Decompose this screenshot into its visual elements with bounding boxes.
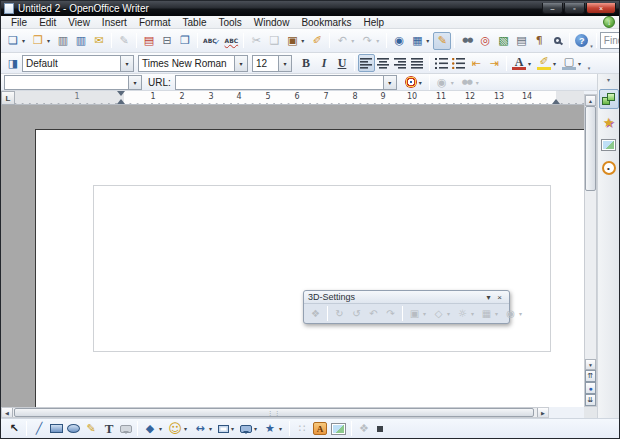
docked-toolbar-overflow[interactable]: ▾ (607, 76, 610, 86)
font-color-button[interactable]: A▾ (510, 54, 535, 72)
left-indent-marker[interactable] (117, 99, 125, 104)
callouts-arrow[interactable]: ▾ (252, 425, 259, 432)
open-dropdown-arrow[interactable]: ▾ (45, 37, 52, 44)
menu-window[interactable]: Window (248, 16, 296, 28)
gallery-button[interactable]: ▧ (494, 32, 512, 50)
symbol-shapes-arrow[interactable]: ▾ (182, 425, 189, 432)
insert-ellipse-button[interactable] (65, 420, 82, 438)
spellcheck-button[interactable]: ABC✓ (201, 32, 222, 50)
extrusion-toggle-button[interactable]: ❖ (355, 420, 373, 438)
decrease-indent-button[interactable]: ⇤ (467, 54, 485, 72)
new-dropdown-arrow[interactable]: ▾ (20, 37, 27, 44)
edit-file-button[interactable]: ✎ (115, 32, 133, 50)
3d-settings-title-bar[interactable]: 3D-Settings ▾ × (304, 291, 509, 304)
bold-button[interactable]: B (297, 54, 315, 72)
redo-button[interactable]: ↷▾ (358, 32, 383, 50)
font-size-arrow[interactable]: ▾ (278, 56, 291, 71)
background-color-button[interactable]: ▢▾ (560, 54, 585, 72)
internet-urls-arrow[interactable]: ▾ (128, 76, 141, 89)
menu-file[interactable]: File (5, 16, 33, 28)
surface-arrow[interactable]: ▾ (493, 310, 500, 317)
target-frame-button[interactable]: ▾ (403, 73, 426, 91)
edit-points-button[interactable]: ∷ (293, 420, 311, 438)
3d-settings-palette[interactable]: 3D-Settings ▾ × ❖ ↻ ↺ ↶ ↷ ▣▾ ◇▾ ☼▾ ▦▾ ◉▾ (303, 290, 510, 324)
navigator-button[interactable]: ◎ (476, 32, 494, 50)
3d-color-button[interactable]: ◉▾ (502, 305, 526, 323)
3d-settings-menu-arrow[interactable]: ▾ (483, 293, 494, 302)
target-arrow[interactable]: ▾ (417, 79, 424, 86)
formatting-toolbar-overflow[interactable]: ▾ (585, 55, 593, 71)
insert-line-button[interactable]: ╱ (30, 420, 48, 438)
insert-text-box-button[interactable]: T (100, 420, 118, 438)
align-left-button[interactable] (358, 54, 375, 72)
insert-table-button[interactable]: ▦▾ (408, 32, 433, 50)
vertical-scroll-thumb[interactable] (585, 106, 596, 191)
highlighting-arrow[interactable]: ▾ (551, 60, 558, 67)
block-arrows-arrow[interactable]: ▾ (207, 425, 214, 432)
styles-panel-button[interactable]: ◨ (4, 54, 22, 72)
menu-view[interactable]: View (62, 16, 96, 28)
minimize-button[interactable]: – (542, 3, 563, 14)
first-line-indent-marker[interactable] (117, 91, 125, 96)
italic-button[interactable]: I (315, 54, 333, 72)
horizontal-scrollbar[interactable]: ◀ ⋮⋮ ▶ (1, 407, 549, 418)
open-button[interactable]: ❒▾ (29, 32, 54, 50)
fontwork-gallery-button[interactable]: A (311, 420, 329, 438)
underline-button[interactable]: U (333, 54, 351, 72)
url-input[interactable] (176, 76, 383, 88)
flowchart-arrow[interactable]: ▾ (229, 425, 236, 432)
drawing-toolbar-handle[interactable] (377, 426, 383, 432)
scroll-left-button[interactable]: ◀ (2, 408, 13, 417)
menu-help[interactable]: Help (357, 16, 390, 28)
stars-arrow[interactable]: ▾ (277, 425, 284, 432)
highlighting-button[interactable]: ✐▾ (535, 54, 560, 72)
copy-button[interactable]: ❑ (265, 32, 283, 50)
basic-shapes-arrow[interactable]: ▾ (157, 425, 164, 432)
background-color-arrow[interactable]: ▾ (576, 60, 583, 67)
extrusion-on-off-button[interactable]: ❖ (307, 305, 324, 323)
paste-button[interactable]: ▣▾ (283, 32, 308, 50)
insert-from-file-button[interactable] (329, 420, 348, 438)
flowchart-button[interactable]: ▾ (216, 420, 238, 438)
history-panel-button[interactable]: • (599, 158, 619, 178)
align-right-button[interactable] (392, 54, 409, 72)
find-replace-button[interactable]: ●● (458, 32, 476, 50)
vertical-scroll-track[interactable] (585, 106, 596, 359)
export-pdf-button[interactable]: ▤ (140, 32, 158, 50)
lighting-arrow[interactable]: ▾ (469, 310, 476, 317)
next-page-button[interactable]: ⇊ (585, 394, 596, 406)
menu-format[interactable]: Format (133, 16, 177, 28)
callouts-button[interactable]: ▾ (238, 420, 261, 438)
increase-indent-button[interactable]: ⇥ (485, 54, 503, 72)
redo-dropdown-arrow[interactable]: ▾ (374, 37, 381, 44)
undo-dropdown-arrow[interactable]: ▾ (349, 37, 356, 44)
scroll-up-button[interactable]: ▲ (585, 95, 596, 106)
previous-page-button[interactable]: ⇈ (585, 370, 596, 382)
vertical-scrollbar[interactable]: ▲ ▼ ⇈ ● ⇊ (584, 94, 597, 407)
insert-rectangle-button[interactable] (48, 420, 65, 438)
format-paintbrush-button[interactable]: ✐ (308, 32, 326, 50)
3d-objects-panel-button[interactable] (599, 89, 619, 109)
horizontal-scroll-track[interactable]: ⋮⋮ (13, 408, 537, 417)
basic-shapes-button[interactable]: ◆▾ (141, 420, 166, 438)
select-button[interactable]: ↖ (5, 420, 23, 438)
3d-depth-button[interactable]: ▣▾ (406, 305, 430, 323)
symbol-shapes-button[interactable]: ☺▾ (166, 420, 191, 438)
menu-tools[interactable]: Tools (212, 16, 247, 28)
new-document-button[interactable]: ❏▾ (4, 32, 29, 50)
autospellcheck-button[interactable]: ABC (222, 32, 240, 50)
font-size-combobox[interactable]: 12 ▾ (252, 55, 292, 72)
tilt-up-button[interactable]: ↺ (348, 305, 365, 323)
effects-panel-button[interactable]: ★ (599, 112, 619, 132)
menu-edit[interactable]: Edit (33, 16, 62, 28)
scroll-down-button[interactable]: ▼ (585, 359, 596, 370)
3d-lighting-button[interactable]: ☼▾ (454, 305, 478, 323)
font-name-combobox[interactable]: Times New Roman ▾ (138, 55, 248, 72)
save-button[interactable]: ▥ (54, 32, 72, 50)
3d-direction-button[interactable]: ◇▾ (430, 305, 454, 323)
scroll-right-button[interactable]: ▶ (537, 408, 548, 417)
tab-stop-selector[interactable]: L (1, 91, 15, 105)
url-combo-arrow[interactable]: ▾ (383, 76, 396, 89)
save-as-button[interactable]: ▥ (72, 32, 90, 50)
numbering-button[interactable] (433, 54, 450, 72)
